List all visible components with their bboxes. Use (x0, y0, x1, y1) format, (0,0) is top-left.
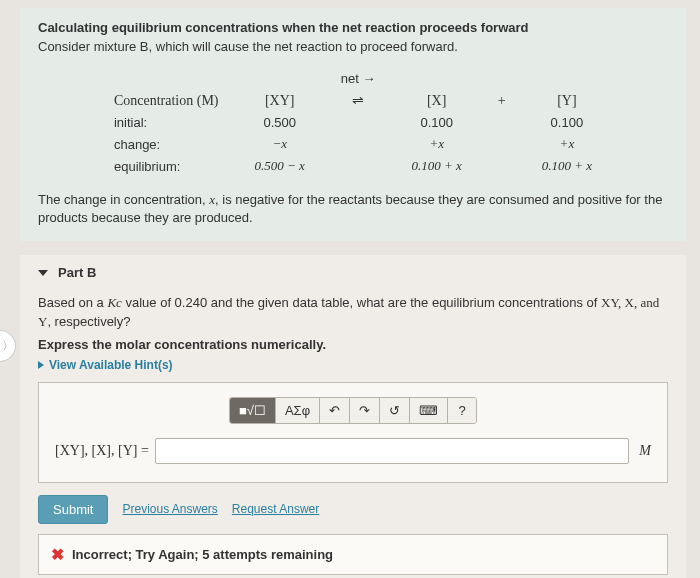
header-x: [X] (394, 89, 480, 112)
symbols-button[interactable]: ΑΣφ (276, 398, 320, 423)
row-equil-xy: 0.500 − x (237, 155, 323, 177)
undo-button[interactable]: ↶ (320, 398, 350, 423)
row-equil-label: equilibrium: (96, 155, 237, 177)
row-change-x: +x (394, 133, 480, 155)
row-initial-x: 0.100 (394, 112, 480, 133)
footnote: The change in concentration, x, is negat… (38, 191, 668, 227)
templates-button[interactable]: ■√☐ (230, 398, 276, 423)
header-concentration: Concentration (M) (96, 89, 237, 112)
unit-label: M (639, 443, 651, 459)
feedback-banner: ✖ Incorrect; Try Again; 5 attempts remai… (38, 534, 668, 575)
header-equilibrium-symbol: ⇌ (323, 89, 394, 112)
row-change-label: change: (96, 133, 237, 155)
help-button[interactable]: ? (448, 398, 476, 423)
side-nav-next[interactable]: 〉 (0, 330, 16, 362)
instruction-text: Express the molar concentrations numeric… (38, 337, 668, 352)
reset-button[interactable]: ↺ (380, 398, 410, 423)
redo-button[interactable]: ↷ (350, 398, 380, 423)
row-equil-y: 0.100 + x (524, 155, 610, 177)
keyboard-button[interactable]: ⌨ (410, 398, 448, 423)
question-text: Based on a Kc value of 0.240 and the giv… (38, 294, 668, 330)
info-title: Calculating equilibrium concentrations w… (38, 20, 668, 35)
row-initial-label: initial: (96, 112, 237, 133)
feedback-text: Incorrect; Try Again; 5 attempts remaini… (72, 547, 333, 562)
header-plus: + (480, 89, 524, 112)
row-change-y: +x (524, 133, 610, 155)
row-change-xy: −x (237, 133, 323, 155)
row-equil-x: 0.100 + x (394, 155, 480, 177)
hint-label: View Available Hint(s) (49, 358, 173, 372)
row-initial-xy: 0.500 (237, 112, 323, 133)
caret-right-icon (38, 361, 44, 369)
info-subtitle: Consider mixture B, which will cause the… (38, 39, 668, 54)
caret-down-icon (38, 270, 48, 276)
info-panel: Calculating equilibrium concentrations w… (20, 8, 686, 241)
view-hints-link[interactable]: View Available Hint(s) (38, 358, 668, 372)
part-b-header[interactable]: Part B (38, 265, 668, 280)
previous-answers-link[interactable]: Previous Answers (122, 502, 217, 516)
submit-button[interactable]: Submit (38, 495, 108, 524)
net-arrow-label: net → (323, 68, 394, 89)
incorrect-icon: ✖ (51, 545, 64, 564)
answer-input[interactable] (155, 438, 630, 464)
answer-box: ■√☐ ΑΣφ ↶ ↷ ↺ ⌨ ? [XY], [X], [Y] = M (38, 382, 668, 483)
header-y: [Y] (524, 89, 610, 112)
request-answer-link[interactable]: Request Answer (232, 502, 319, 516)
part-b-title: Part B (58, 265, 96, 280)
answer-label: [XY], [X], [Y] = (55, 443, 149, 459)
formula-toolbar: ■√☐ ΑΣφ ↶ ↷ ↺ ⌨ ? (55, 397, 651, 424)
ice-table: net → Concentration (M) [XY] ⇌ [X] + [Y]… (96, 68, 610, 177)
header-xy: [XY] (237, 89, 323, 112)
row-initial-y: 0.100 (524, 112, 610, 133)
